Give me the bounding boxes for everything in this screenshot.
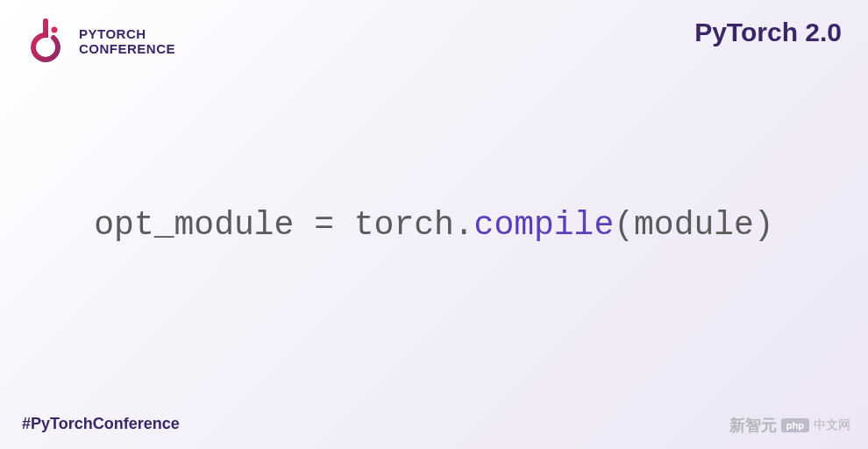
code-method: compile — [474, 206, 615, 244]
watermark: 新智元 php 中文网 — [729, 415, 850, 436]
code-assign: opt_module = torch. — [94, 206, 473, 244]
pytorch-flame-icon — [22, 18, 70, 66]
logo-text-line1: PYTORCH — [79, 27, 175, 42]
php-badge: php — [781, 418, 809, 432]
logo-text-line2: CONFERENCE — [79, 42, 175, 57]
logo-text: PYTORCH CONFERENCE — [79, 27, 175, 56]
watermark-text2: 中文网 — [814, 417, 850, 433]
logo-section: PYTORCH CONFERENCE — [22, 18, 175, 66]
code-args: (module) — [614, 206, 773, 244]
code-snippet: opt_module = torch.compile(module) — [94, 206, 773, 244]
footer-hashtag: #PyTorchConference — [22, 415, 180, 433]
watermark-text1: 新智元 — [729, 415, 777, 436]
header: PYTORCH CONFERENCE PyTorch 2.0 — [0, 0, 868, 66]
svg-point-0 — [52, 27, 58, 33]
page-title: PyTorch 2.0 — [694, 18, 842, 47]
